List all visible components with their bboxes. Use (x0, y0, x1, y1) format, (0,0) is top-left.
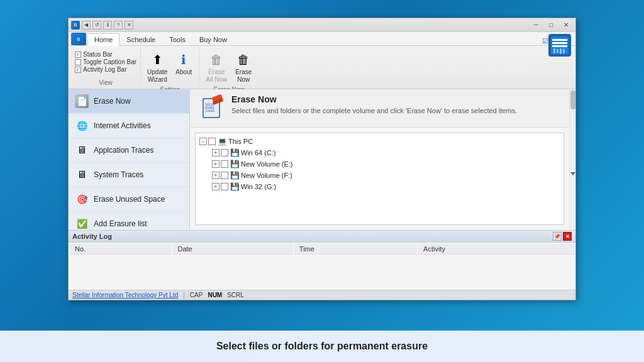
tab-schedule[interactable]: Schedule (119, 33, 162, 45)
sidebar: 📄 Erase Now 🌐 Internet Activities 🖥 Appl… (69, 89, 190, 230)
sidebar-item-erase-unused-space[interactable]: 🎯 Erase Unused Space (69, 187, 189, 212)
tree-f-check[interactable] (221, 172, 228, 179)
minimize-button[interactable]: ─ (529, 20, 543, 30)
content-body: − 💻 This PC + 💾 Win 64 (C:) (190, 128, 569, 230)
tree-e-check[interactable] (221, 160, 228, 168)
app-ribbon-icon[interactable]: B (71, 33, 86, 45)
activity-log: Activity Log 📌 ✕ No. Date Time Activity (69, 230, 575, 290)
bottom-caption: Select files or folders for permanent er… (0, 331, 644, 362)
tree-children: + 💾 Win 64 (C:) + 💾 New Volume (E:) (198, 147, 561, 192)
activity-log-close-button[interactable]: ✕ (563, 232, 572, 241)
erase-all-now-button[interactable]: 🗑 EraseAll Now (203, 50, 230, 85)
window-controls: ─ □ ✕ (529, 20, 573, 30)
sidebar-item-add-erasure-list[interactable]: ✅ Add Erasure list (69, 212, 189, 230)
app-window: B ◀ ↺ ℹ ? ✕ ─ □ ✕ B Home Schedule Tools … (68, 18, 576, 300)
about-icon: ℹ (175, 51, 192, 69)
file-tree[interactable]: − 💻 This PC + 💾 Win 64 (C:) (195, 133, 564, 225)
sidebar-item-erase-now[interactable]: 📄 Erase Now (69, 89, 189, 114)
app-logo (546, 31, 574, 59)
tree-f-label: New Volume (F:) (241, 172, 292, 179)
about-button[interactable]: ℹ About (172, 50, 195, 77)
activity-log-header: Activity Log 📌 ✕ (69, 231, 575, 243)
svg-rect-15 (563, 49, 565, 53)
view-checks: Status Bar Toggle Caption Bar Activity L… (75, 48, 136, 78)
tree-e-icon: 💾 (230, 159, 240, 169)
close-button[interactable]: ✕ (559, 20, 573, 30)
setting-items: ⬆ UpdateWizard ℹ About (145, 48, 195, 85)
svg-text:11010: 11010 (205, 109, 214, 112)
main-scrollbar[interactable] (569, 89, 575, 230)
maximize-button[interactable]: □ (544, 20, 558, 30)
sidebar-item-internet-activities[interactable]: 🌐 Internet Activities (69, 114, 189, 138)
tree-c-check[interactable] (221, 149, 228, 156)
sidebar-item-system-traces[interactable]: 🖥 System Traces (69, 163, 189, 187)
view-checkboxes: Status Bar Toggle Caption Bar Activity L… (75, 50, 136, 73)
app-icon: B (71, 21, 80, 30)
view-group-label: View (75, 78, 136, 86)
status-bar-checkbox[interactable] (75, 52, 81, 58)
tab-tools[interactable]: Tools (162, 33, 192, 45)
internet-activities-icon: 🌐 (75, 119, 89, 133)
tree-root-check[interactable] (208, 138, 216, 145)
erase-now-label: EraseNow (235, 69, 252, 84)
ribbon-group-erase: 🗑 EraseAll Now 🗑 EraseNow Erase Now (199, 47, 258, 87)
company-link[interactable]: Stellar Information Technology Pvt Ltd (72, 292, 178, 299)
tree-f-expand[interactable]: + (212, 172, 219, 179)
status-bar-label: Status Bar (83, 51, 113, 58)
activity-log-checkbox[interactable] (75, 67, 81, 73)
ribbon-tabs: B Home Schedule Tools Buy Now ☑ Style ▼ (69, 32, 575, 46)
status-bar: Stellar Information Technology Pvt Ltd |… (69, 290, 575, 300)
about-label: About (175, 69, 192, 76)
tree-item-f[interactable]: + 💾 New Volume (F:) (211, 170, 561, 181)
info-btn[interactable]: ℹ (103, 21, 112, 30)
sidebar-item-application-traces[interactable]: 🖥 Applcation Traces (69, 138, 189, 163)
erase-unused-space-icon: 🎯 (75, 192, 89, 206)
system-traces-icon: 🖥 (75, 168, 89, 182)
tree-root-item[interactable]: − 💻 This PC (198, 136, 561, 147)
caption-bar-checkbox[interactable] (75, 59, 81, 65)
tab-buy-now[interactable]: Buy Now (192, 33, 234, 45)
activity-log-title: Activity Log (72, 233, 112, 240)
eraser-graphic: 10110 01001 11010 (197, 94, 225, 122)
activity-log-pin-button[interactable]: 📌 (553, 232, 562, 241)
tree-item-e[interactable]: + 💾 New Volume (E:) (211, 158, 561, 170)
col-time: Time (294, 244, 417, 255)
back-btn[interactable]: ◀ (82, 21, 91, 30)
tree-root-label: This PC (228, 138, 253, 145)
tree-item-g[interactable]: + 💾 Win 32 (G:) (211, 181, 561, 192)
add-erasure-list-icon: ✅ (75, 217, 89, 230)
tab-home[interactable]: Home (87, 33, 119, 46)
scroll-thumb[interactable] (570, 90, 575, 109)
scroll-down-arrow[interactable] (570, 172, 575, 175)
col-date: Date (173, 244, 293, 255)
title-bar-left: B ◀ ↺ ℹ ? ✕ (71, 21, 133, 30)
main-area: 📄 Erase Now 🌐 Internet Activities 🖥 Appl… (69, 89, 575, 230)
ribbon-group-setting: ⬆ UpdateWizard ℹ About Setting (141, 47, 199, 87)
tree-root-expand[interactable]: − (199, 138, 207, 145)
tree-f-icon: 💾 (230, 170, 240, 180)
col-activity: Activity (418, 244, 574, 255)
activity-log-check[interactable]: Activity Log Bar (75, 66, 136, 73)
help-btn[interactable]: ? (114, 21, 123, 30)
tree-c-expand[interactable]: + (212, 149, 219, 156)
content-header-text: Erase Now Select files and folders or th… (231, 94, 517, 116)
content-header-icon: 10110 01001 11010 (197, 94, 225, 122)
erase-now-button[interactable]: 🗑 EraseNow (232, 50, 255, 85)
update-wizard-label: UpdateWizard (147, 69, 167, 84)
caption-bar-check[interactable]: Toggle Caption Bar (75, 58, 136, 65)
tree-e-expand[interactable]: + (212, 160, 219, 168)
system-traces-label: System Traces (94, 170, 143, 179)
application-traces-label: Applcation Traces (94, 146, 153, 155)
tree-g-check[interactable] (221, 183, 228, 190)
erase-now-icon: 🗑 (235, 51, 252, 69)
ribbon: B Home Schedule Tools Buy Now ☑ Style ▼ … (69, 32, 575, 89)
svg-rect-9 (552, 39, 567, 41)
pin-btn[interactable]: ✕ (125, 21, 133, 30)
refresh-btn[interactable]: ↺ (92, 21, 101, 30)
update-wizard-button[interactable]: ⬆ UpdateWizard (145, 50, 170, 85)
status-bar-check[interactable]: Status Bar (75, 51, 136, 58)
tree-g-expand[interactable]: + (212, 183, 219, 190)
tree-item-c[interactable]: + 💾 Win 64 (C:) (211, 147, 561, 158)
svg-rect-12 (553, 48, 555, 53)
application-traces-icon: 🖥 (75, 143, 89, 157)
